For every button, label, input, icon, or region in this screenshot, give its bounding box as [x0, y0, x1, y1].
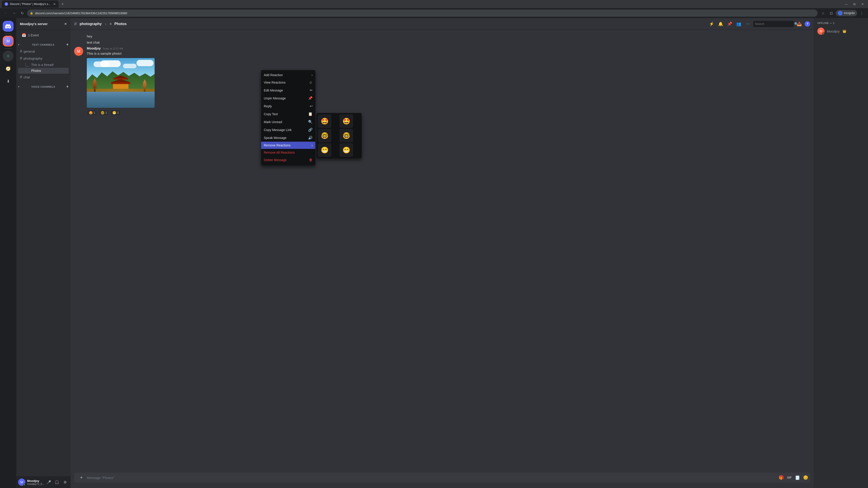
input-add-btn[interactable]: + [78, 474, 85, 481]
discord-home-btn[interactable] [3, 21, 13, 32]
forward-btn[interactable]: → [11, 10, 17, 16]
menu-view-reactions[interactable]: View Reactions ☺ [261, 78, 315, 86]
incognito-label: Incognito [844, 11, 855, 15]
right-sidebar: OFFLINE — 1 M Moodjoy 👑 [814, 18, 868, 488]
menu-remove-reactions[interactable]: Remove Reactions › [261, 142, 315, 149]
speak-message-icon: 🔊 [308, 135, 313, 140]
member-item-moodjoy[interactable]: M Moodjoy 👑 [815, 26, 866, 36]
sub-emoji-3[interactable]: 😁 [318, 143, 331, 157]
copy-link-icon: 🔗 [308, 128, 313, 132]
unpin-message-icon: 📌 [308, 96, 313, 100]
sub-emoji-5[interactable]: 🤓 [340, 129, 353, 142]
sticker-btn[interactable]: 🗒️ [794, 474, 801, 481]
minimize-btn[interactable]: — [843, 1, 850, 7]
inbox-btn[interactable]: 📥 [796, 20, 803, 28]
download-btn[interactable]: ⬇ [3, 76, 13, 87]
channel-item-photography[interactable]: # photography [18, 55, 69, 62]
menu-speak-message[interactable]: Speak Message 🔊 [261, 134, 315, 142]
menu-mark-unread-label: Mark Unread [264, 120, 306, 124]
emoji-btn[interactable]: 😊 [802, 474, 809, 481]
messages-area: hey test chat M Moodjoy Today at 12:27 A… [70, 30, 814, 473]
server-header[interactable]: Moodjoy's server ✕ [16, 18, 70, 30]
reaction-emoji-2: 🤓 [101, 111, 104, 115]
offline-section-header: OFFLINE — 1 [815, 22, 866, 24]
mute-btn[interactable]: 🎤 [45, 479, 53, 486]
sub-emoji-2[interactable]: 🤓 [318, 129, 331, 142]
events-item[interactable]: 📅 1 Event [18, 32, 69, 39]
menu-delete-message[interactable]: Delete Message 🗑 [261, 156, 315, 164]
menu-remove-reactions-label: Remove Reactions [264, 143, 310, 147]
message-image[interactable] [87, 58, 155, 108]
menu-remove-reactions-arrow: › [311, 143, 313, 147]
menu-copy-text[interactable]: Copy Text 📋 [261, 110, 315, 118]
reaction-3[interactable]: 😁 1 [110, 109, 121, 116]
new-tab-btn[interactable]: + [59, 1, 66, 7]
server-divider [4, 33, 12, 34]
incognito-badge[interactable]: 👤 Incognito [836, 10, 857, 16]
active-tab[interactable]: D Discord | "Photos" | Moodjoy's s... ✕ [2, 0, 59, 8]
add-text-channel-btn[interactable]: + [66, 42, 69, 47]
message-header: Moodjoy Today at 12:27 AM [87, 46, 810, 50]
add-voice-channel-btn[interactable]: + [66, 84, 69, 89]
menu-remove-all-reactions[interactable]: Remove All Reactions [261, 149, 315, 156]
tab-close-btn[interactable]: ✕ [53, 2, 56, 6]
menu-reply-label: Reply [264, 104, 308, 108]
search-input[interactable] [755, 22, 793, 26]
reaction-count-1: 1 [94, 111, 95, 114]
thread-item-thread1[interactable]: This is a thread! [18, 62, 69, 68]
voice-channels-section[interactable]: ▾ VOICE CHANNELS + [16, 80, 70, 90]
menu-unpin-message[interactable]: Unpin Message 📌 [261, 94, 315, 102]
menu-reply[interactable]: Reply ↩ [261, 102, 315, 110]
add-server-btn[interactable]: + [3, 51, 13, 61]
reaction-count-3: 1 [117, 111, 119, 114]
user-info: Moodjoy moodjoy71_0... [27, 479, 43, 485]
message-text-hey: hey [87, 34, 92, 38]
message-content: Moodjoy Today at 12:27 AM This is a samp… [87, 46, 810, 116]
message-input-field[interactable] [87, 474, 776, 482]
more-btn[interactable]: ··· [744, 20, 751, 28]
gift-btn[interactable]: 🎁 [778, 474, 785, 481]
gif-btn[interactable]: GIF [786, 474, 793, 481]
search-bar[interactable]: 🔍 [753, 21, 794, 27]
settings-btn[interactable]: ⚙ [61, 479, 69, 486]
reaction-1[interactable]: 🤩 1 [87, 109, 97, 116]
menu-btn[interactable]: ⋮ [858, 9, 865, 17]
thread-item-photos[interactable]: Photos [18, 68, 69, 74]
reaction-2[interactable]: 🤓 1 [98, 109, 109, 116]
menu-edit-message[interactable]: Edit Message ✏ [261, 86, 315, 94]
members-btn[interactable]: 👥 [735, 20, 742, 28]
help-btn[interactable]: ? [805, 21, 810, 27]
notifications-btn[interactable]: 🔔 [717, 20, 724, 28]
address-bar[interactable]: 🔒 discord.com/channels/11823468517819843… [27, 9, 817, 17]
channel-sidebar: Moodjoy's server ✕ 📅 1 Event ▾ TEXT CHAN… [16, 18, 70, 488]
pin-btn[interactable]: 📌 [726, 20, 733, 28]
bookmark-btn[interactable]: ☆ [819, 9, 827, 17]
menu-copy-message-link[interactable]: Copy Message Link 🔗 [261, 126, 315, 134]
menu-mark-unread[interactable]: Mark Unread 🔍 [261, 118, 315, 126]
message-text-test-chat: test chat [87, 40, 100, 44]
channel-item-general[interactable]: # general [18, 48, 69, 55]
menu-copy-text-label: Copy Text [264, 112, 306, 116]
voice-channels-toggle-icon: ▾ [18, 86, 20, 88]
menu-add-reaction[interactable]: Add Reaction › [261, 71, 315, 78]
threads-btn[interactable]: ⚡ [708, 20, 715, 28]
channel-name-chat: chat [24, 75, 30, 79]
sub-emoji-6[interactable]: 😁 [340, 143, 353, 157]
channel-name-photography: photography [24, 57, 42, 60]
close-btn[interactable]: ✕ [859, 1, 866, 7]
text-channels-section[interactable]: ▾ TEXT CHANNELS + [16, 39, 70, 48]
crown-icon: 👑 [842, 29, 846, 33]
moodjoy-server-icon[interactable]: M [3, 36, 13, 46]
nav-bar: ← → ↻ 🔒 discord.com/channels/11823468517… [0, 8, 868, 18]
sub-emoji-4[interactable]: 🤩 [340, 114, 353, 128]
discriminator-label: moodjoy71_0... [27, 483, 43, 485]
restore-btn[interactable]: ⧉ [851, 1, 858, 7]
reload-btn[interactable]: ↻ [19, 10, 25, 16]
discover-btn[interactable]: 🧭 [3, 63, 13, 74]
deafen-btn[interactable]: 🎧 [53, 479, 61, 486]
message-username[interactable]: Moodjoy [87, 46, 101, 50]
back-btn[interactable]: ← [3, 10, 9, 16]
channel-item-chat[interactable]: # chat [18, 74, 69, 80]
sub-emoji-1[interactable]: 🤩 [318, 114, 331, 128]
cast-btn[interactable]: ⊡ [828, 9, 835, 17]
